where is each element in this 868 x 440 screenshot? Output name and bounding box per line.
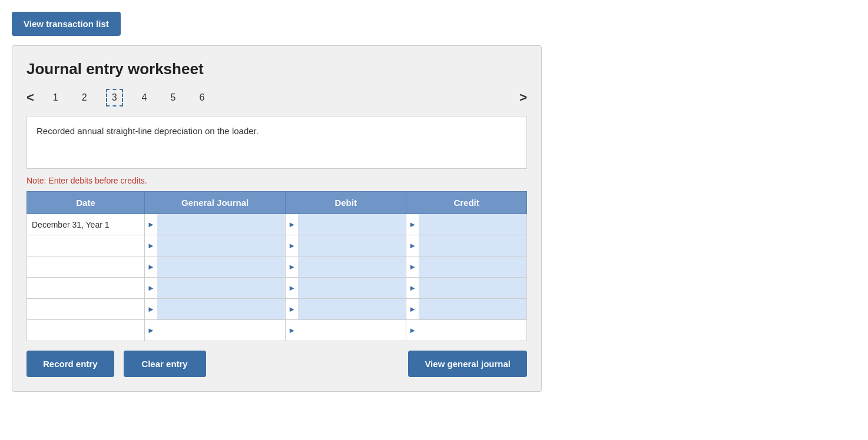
credit-cell-1[interactable]: ►: [406, 214, 527, 235]
debit-arrow-3: ►: [286, 262, 298, 271]
col-header-general-journal: General Journal: [145, 192, 286, 214]
credit-cell-6[interactable]: ►: [406, 320, 527, 341]
journal-cell-4[interactable]: ►: [145, 278, 286, 299]
table-row: ► ► ►: [27, 299, 527, 320]
arrow-icon-3: ►: [145, 262, 157, 271]
journal-input-6[interactable]: [157, 320, 285, 341]
date-cell-4: [27, 278, 145, 299]
journal-cell-3[interactable]: ►: [145, 256, 286, 278]
date-cell-5: [27, 299, 145, 320]
col-header-credit: Credit: [406, 192, 527, 214]
credit-cell-3[interactable]: ►: [406, 256, 527, 278]
note-text: Note: Enter debits before credits.: [26, 176, 527, 185]
debit-cell-6[interactable]: ►: [286, 320, 406, 341]
table-row: ► ► ►: [27, 256, 527, 278]
worksheet-container: Journal entry worksheet < 1 2 3 4 5 6 > …: [12, 45, 542, 392]
debit-cell-1[interactable]: ►: [286, 214, 406, 235]
debit-cell-2[interactable]: ►: [286, 235, 406, 256]
description-text: Recorded annual straight-line depreciati…: [37, 126, 259, 136]
table-row: ► ► ►: [27, 278, 527, 299]
credit-input-6[interactable]: [419, 320, 526, 341]
table-row: December 31, Year 1 ► ► ►: [27, 214, 527, 235]
journal-input-5[interactable]: [157, 299, 285, 319]
table-row: ► ► ►: [27, 320, 527, 341]
arrow-icon-6: ►: [145, 326, 157, 335]
credit-arrow-5: ►: [406, 305, 419, 314]
debit-input-5[interactable]: [298, 299, 406, 319]
journal-cell-1[interactable]: ►: [145, 214, 286, 235]
date-cell-1: December 31, Year 1: [27, 214, 145, 235]
credit-cell-2[interactable]: ►: [406, 235, 527, 256]
description-box: Recorded annual straight-line depreciati…: [26, 116, 527, 169]
credit-cell-5[interactable]: ►: [406, 299, 527, 320]
debit-arrow-2: ►: [286, 241, 298, 250]
credit-arrow-4: ►: [406, 284, 419, 292]
journal-cell-2[interactable]: ►: [145, 235, 286, 256]
journal-input-4[interactable]: [157, 278, 285, 298]
page-1[interactable]: 1: [48, 90, 63, 105]
journal-input-1[interactable]: [157, 214, 285, 235]
page-2[interactable]: 2: [77, 90, 92, 105]
worksheet-title: Journal entry worksheet: [26, 60, 527, 78]
credit-cell-4[interactable]: ►: [406, 278, 527, 299]
journal-table: Date General Journal Debit Credit Decemb…: [26, 191, 527, 341]
date-cell-6: [27, 320, 145, 341]
date-cell-2: [27, 235, 145, 256]
debit-input-1[interactable]: [298, 214, 406, 235]
credit-input-4[interactable]: [419, 278, 526, 298]
credit-arrow-6: ►: [406, 326, 419, 335]
date-cell-3: [27, 256, 145, 278]
credit-arrow-3: ►: [406, 262, 419, 271]
clear-entry-button[interactable]: Clear entry: [124, 351, 206, 377]
view-general-journal-button[interactable]: View general journal: [408, 351, 527, 377]
col-header-debit: Debit: [286, 192, 406, 214]
debit-input-6[interactable]: [298, 320, 406, 341]
action-buttons: Record entry Clear entry View general jo…: [26, 351, 527, 377]
table-row: ► ► ►: [27, 235, 527, 256]
debit-input-3[interactable]: [298, 256, 406, 277]
arrow-icon-5: ►: [145, 305, 157, 314]
prev-page-button[interactable]: <: [26, 90, 34, 105]
credit-input-2[interactable]: [419, 235, 526, 256]
journal-input-3[interactable]: [157, 256, 285, 277]
debit-arrow-6: ►: [286, 326, 298, 335]
debit-cell-3[interactable]: ►: [286, 256, 406, 278]
arrow-icon-4: ►: [145, 284, 157, 292]
pagination: < 1 2 3 4 5 6 >: [26, 89, 527, 106]
debit-cell-4[interactable]: ►: [286, 278, 406, 299]
col-header-date: Date: [27, 192, 145, 214]
credit-arrow-1: ►: [406, 220, 419, 229]
credit-arrow-2: ►: [406, 241, 419, 250]
debit-input-2[interactable]: [298, 235, 406, 256]
arrow-icon-1: ►: [145, 220, 157, 229]
debit-arrow-1: ►: [286, 220, 298, 229]
debit-arrow-4: ►: [286, 284, 298, 292]
arrow-icon-2: ►: [145, 241, 157, 250]
debit-arrow-5: ►: [286, 305, 298, 314]
journal-cell-5[interactable]: ►: [145, 299, 286, 320]
debit-input-4[interactable]: [298, 278, 406, 298]
credit-input-5[interactable]: [419, 299, 526, 319]
journal-cell-6[interactable]: ►: [145, 320, 286, 341]
view-transaction-list-button[interactable]: View transaction list: [12, 12, 121, 36]
next-page-button[interactable]: >: [519, 90, 527, 105]
page-6[interactable]: 6: [194, 90, 209, 105]
debit-cell-5[interactable]: ►: [286, 299, 406, 320]
record-entry-button[interactable]: Record entry: [26, 351, 114, 377]
page-5[interactable]: 5: [165, 90, 180, 105]
page-4[interactable]: 4: [137, 90, 152, 105]
credit-input-3[interactable]: [419, 256, 526, 277]
page-3-active[interactable]: 3: [106, 89, 123, 106]
credit-input-1[interactable]: [419, 214, 526, 235]
journal-input-2[interactable]: [157, 235, 285, 256]
